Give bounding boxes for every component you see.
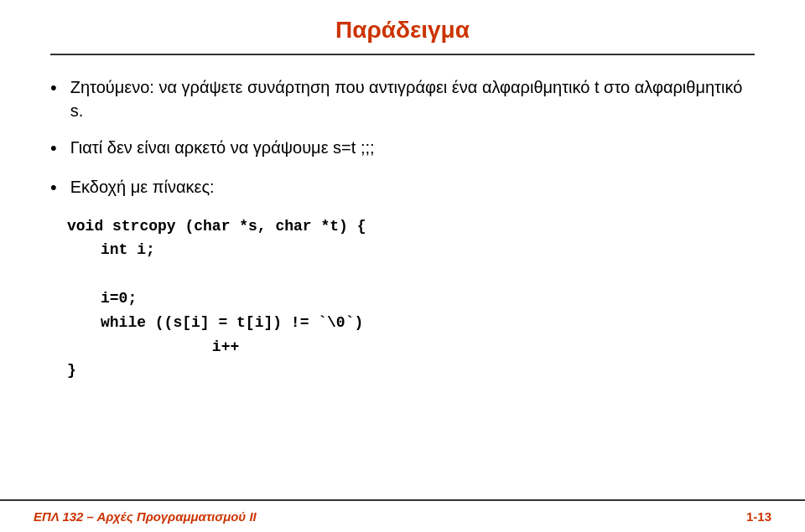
footer-course: ΕΠΛ 132 – Αρχές Προγραμματισμού ΙΙ <box>34 509 257 524</box>
code-line: void strcopy (char *s, char *t) { <box>67 214 755 239</box>
bullet-text: Ζητούμενο: να γράψετε συνάρτηση που αντι… <box>70 75 755 122</box>
main-content: Παράδειγμα • Ζητούμενο: να γράψετε συνάρ… <box>0 0 805 499</box>
bullet-dot: • <box>50 75 57 101</box>
footer-page: 1-13 <box>746 509 771 524</box>
bullet-section: • Ζητούμενο: να γράψετε συνάρτηση που αν… <box>50 75 755 491</box>
footer: ΕΠΛ 132 – Αρχές Προγραμματισμού ΙΙ 1-13 <box>0 499 805 532</box>
code-line: } <box>67 359 755 383</box>
code-line: while ((s[i] = t[i]) != `\0`) <box>67 311 755 335</box>
bullet-text: Εκδοχή με πίνακες: <box>70 175 755 199</box>
title-section: Παράδειγμα <box>50 17 755 55</box>
page-title: Παράδειγμα <box>335 17 470 43</box>
code-line: i++ <box>67 335 755 359</box>
code-line <box>67 262 755 287</box>
bullet-dot: • <box>50 175 57 201</box>
bullet-text: Γιατί δεν είναι αρκετό να γράψουμε s=t ;… <box>70 136 755 159</box>
bullet-dot: • <box>50 136 57 162</box>
list-item: • Εκδοχή με πίνακες: <box>50 175 755 201</box>
code-line: i=0; <box>67 287 755 311</box>
list-item: • Ζητούμενο: να γράψετε συνάρτηση που αν… <box>50 75 755 122</box>
code-line: int i; <box>67 238 755 262</box>
code-block: void strcopy (char *s, char *t) { int i;… <box>67 214 755 384</box>
list-item: • Γιατί δεν είναι αρκετό να γράψουμε s=t… <box>50 136 755 162</box>
